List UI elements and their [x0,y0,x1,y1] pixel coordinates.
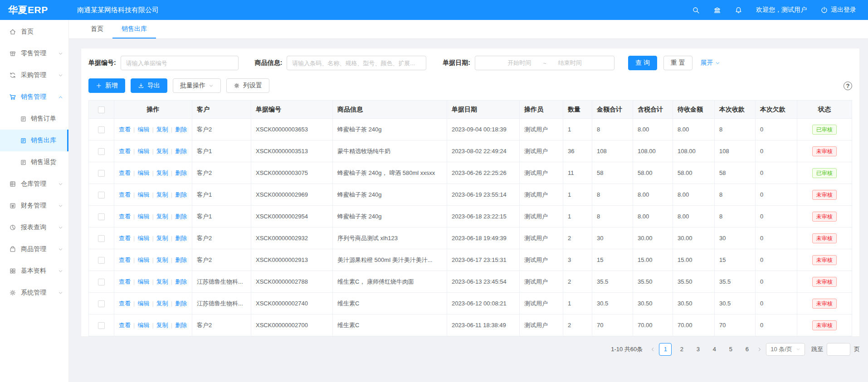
prev-page-icon[interactable] [650,347,655,352]
cell-qty: 3 [563,249,592,271]
row-action-delete[interactable]: 删除 [175,235,187,242]
row-action-delete[interactable]: 删除 [175,191,187,198]
page-number-5[interactable]: 5 [724,343,737,356]
search-button[interactable]: 查 询 [628,56,657,70]
row-action-view[interactable]: 查看 [119,235,131,242]
row-checkbox[interactable] [98,192,105,198]
row-action-copy[interactable]: 复制 [156,169,168,176]
row-action-copy[interactable]: 复制 [156,278,168,285]
row-action-copy[interactable]: 复制 [156,256,168,263]
row-checkbox[interactable] [98,170,105,177]
row-action-edit[interactable]: 编辑 [137,322,149,329]
sidebar-item-report[interactable]: 报表查询 [0,217,68,238]
notification-bell-icon[interactable] [735,6,742,14]
row-checkbox[interactable] [98,235,105,242]
row-action-view[interactable]: 查看 [119,191,131,198]
row-action-copy[interactable]: 复制 [156,126,168,133]
row-action-delete[interactable]: 删除 [175,256,187,263]
row-checkbox[interactable] [98,257,105,264]
row-action-delete[interactable]: 删除 [175,148,187,155]
sidebar-item-sales-outbound[interactable]: 销售出库 [0,130,68,151]
row-checkbox[interactable] [98,300,105,307]
row-action-edit[interactable]: 编辑 [137,256,149,263]
row-action-edit[interactable]: 编辑 [137,213,149,220]
row-action-view[interactable]: 查看 [119,169,131,176]
product-info-input[interactable] [287,56,426,70]
next-page-icon[interactable] [757,347,762,352]
sidebar-item-basic[interactable]: 基本资料 [0,260,68,282]
row-action-view[interactable]: 查看 [119,278,131,285]
tab-sales-outbound[interactable]: 销售出库 [112,20,156,39]
page-number-4[interactable]: 4 [708,343,721,356]
row-action-view[interactable]: 查看 [119,300,131,307]
page-size-select[interactable]: 10 条/页 [766,343,805,356]
help-icon[interactable]: ? [844,82,852,90]
row-checkbox[interactable] [98,148,105,155]
row-action-delete[interactable]: 删除 [175,126,187,133]
row-action-copy[interactable]: 复制 [156,300,168,307]
expand-link[interactable]: 展开 [701,59,720,67]
sidebar-item-purchase[interactable]: 采购管理 [0,64,68,86]
logout-button[interactable]: 退出登录 [820,6,856,14]
export-button[interactable]: 导出 [131,78,167,93]
row-checkbox[interactable] [98,279,105,285]
row-checkbox[interactable] [98,126,105,133]
batch-actions-button[interactable]: 批量操作 [173,78,221,93]
row-action-view[interactable]: 查看 [119,148,131,155]
jump-page-input[interactable] [827,343,850,356]
row-checkbox[interactable] [98,213,105,220]
row-action-copy[interactable]: 复制 [156,148,168,155]
row-action-delete[interactable]: 删除 [175,213,187,220]
cell-amount: 30 [592,227,633,249]
page-number-2[interactable]: 2 [675,343,688,356]
row-action-delete[interactable]: 删除 [175,169,187,176]
order-no-input[interactable] [121,56,239,70]
row-action-delete[interactable]: 删除 [175,322,187,329]
date-range-picker[interactable]: 开始时间 ~ 结束时间 [475,56,614,70]
row-action-delete[interactable]: 删除 [175,278,187,285]
sidebar-item-sales-order[interactable]: 销售订单 [0,108,68,130]
select-all-checkbox[interactable] [98,106,105,113]
table-row: 查看|编辑|复制|删除客户2XSCK00000002932序列号商品测试 xlh… [89,227,852,249]
page-number-1[interactable]: 1 [659,343,672,356]
row-action-edit[interactable]: 编辑 [137,235,149,242]
row-action-edit[interactable]: 编辑 [137,126,149,133]
page-number-3[interactable]: 3 [692,343,704,356]
row-action-edit[interactable]: 编辑 [137,191,149,198]
search-icon[interactable] [692,6,700,14]
sidebar-item-sales-return[interactable]: 销售退货 [0,151,68,173]
row-action-edit[interactable]: 编辑 [137,169,149,176]
cell-amount-pending: 30.00 [673,227,715,249]
add-button[interactable]: 新增 [88,78,125,93]
sidebar-item-warehouse[interactable]: 仓库管理 [0,173,68,195]
tab-home[interactable]: 首页 [82,20,112,39]
row-action-copy[interactable]: 复制 [156,213,168,220]
sidebar-item-finance[interactable]: 财务管理 [0,195,68,217]
row-action-edit[interactable]: 编辑 [137,300,149,307]
cell-received: 30 [715,227,756,249]
action-separator: | [171,300,172,307]
sidebar-item-system[interactable]: 系统管理 [0,282,68,304]
page-number-6[interactable]: 6 [741,343,753,356]
row-action-edit[interactable]: 编辑 [137,278,149,285]
row-action-view[interactable]: 查看 [119,126,131,133]
platform-icon[interactable] [713,6,721,14]
sidebar-item-sales[interactable]: 销售管理 [0,86,68,108]
row-action-copy[interactable]: 复制 [156,191,168,198]
sidebar-item-retail[interactable]: 零售管理 [0,43,68,64]
cell-amount-tax: 35.50 [633,271,673,293]
reset-button[interactable]: 重 置 [663,56,692,70]
row-action-delete[interactable]: 删除 [175,300,187,307]
column-settings-button[interactable]: 列设置 [226,78,269,93]
row-checkbox[interactable] [98,322,105,329]
cell-owed: 0 [756,119,797,140]
sidebar-item-goods[interactable]: 商品管理 [0,238,68,260]
row-action-copy[interactable]: 复制 [156,322,168,329]
welcome-user[interactable]: 欢迎您，测试用户 [756,6,807,14]
row-action-edit[interactable]: 编辑 [137,148,149,155]
row-action-view[interactable]: 查看 [119,213,131,220]
row-action-copy[interactable]: 复制 [156,235,168,242]
sidebar-item-home[interactable]: 首页 [0,21,68,43]
row-action-view[interactable]: 查看 [119,322,131,329]
row-action-view[interactable]: 查看 [119,256,131,263]
